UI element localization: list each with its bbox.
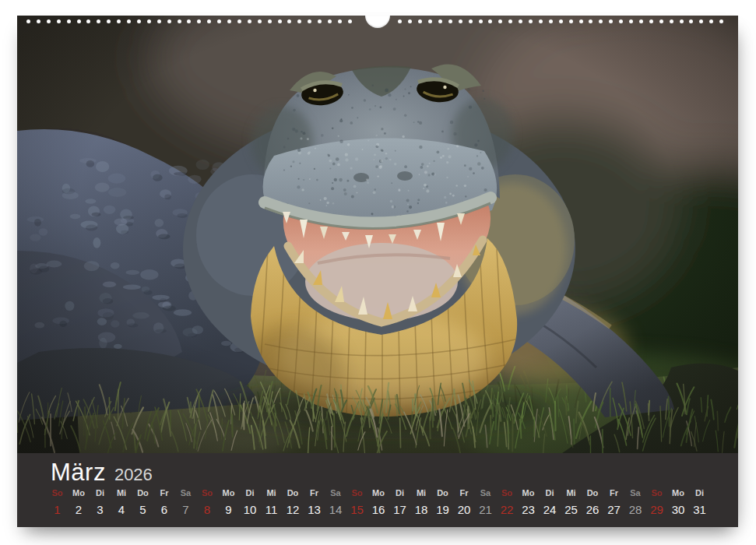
date-number: 14 (325, 504, 346, 516)
weekday-label: Fr (154, 488, 175, 498)
weekday-label: Mi (411, 488, 432, 498)
calendar-day-column: Di24 (540, 488, 561, 516)
binding-hole (207, 19, 211, 23)
date-number: 22 (497, 504, 518, 516)
binding-hole (498, 19, 502, 23)
binding-hole (680, 19, 684, 23)
calendar-day-column: Mi11 (261, 488, 282, 516)
calendar-day-column: Mi25 (561, 488, 582, 516)
binding-hole (137, 19, 141, 23)
binding-hole (97, 19, 100, 23)
calendar-day-column: Fr6 (154, 488, 175, 516)
date-number: 15 (346, 504, 367, 516)
binding-hole (529, 19, 533, 23)
date-number: 26 (582, 504, 603, 516)
calendar-day-column: Mo16 (368, 488, 389, 516)
binding-hole (479, 19, 483, 23)
binding-hole (659, 19, 663, 23)
binding-hole (308, 19, 311, 23)
date-number: 10 (240, 504, 261, 516)
binding-hole (629, 19, 633, 23)
date-number: 21 (475, 504, 496, 516)
weekday-label: Di (540, 488, 561, 498)
binding-hole (237, 19, 241, 23)
binding-hole (709, 19, 713, 23)
weekday-label: Di (90, 488, 111, 498)
binding-hole (559, 19, 563, 23)
calendar-day-column: Di31 (689, 488, 710, 516)
caiman-illustration (17, 16, 738, 453)
date-number: 13 (304, 504, 325, 516)
binding-hole (459, 19, 462, 23)
date-number: 6 (154, 504, 175, 516)
weekday-label: So (497, 488, 518, 498)
calendar-day-column: So22 (497, 488, 518, 516)
calendar-days-row: So1Mo2Di3Mi4Do5Fr6Sa7So8Mo9Di10Mi11Do12F… (47, 488, 710, 516)
calendar-day-column: Fr27 (603, 488, 624, 516)
year-label: 2026 (114, 465, 153, 484)
binding-hole (639, 19, 643, 23)
calendar-day-column: Mi4 (111, 488, 132, 516)
weekday-label: Mi (561, 488, 582, 498)
calendar-day-column: Mo2 (69, 488, 90, 516)
weekday-label: Mo (668, 488, 689, 498)
weekday-label: Di (689, 488, 710, 498)
weekday-label: Di (240, 488, 261, 498)
binding-hole (699, 19, 703, 23)
date-number: 23 (518, 504, 539, 516)
weekday-label: Mi (261, 488, 282, 498)
binding-hole (569, 19, 573, 23)
weekday-label: Fr (454, 488, 475, 498)
calendar-day-column: So29 (646, 488, 667, 516)
weekday-label: Sa (475, 488, 496, 498)
date-number: 25 (561, 504, 582, 516)
binding-hole (549, 19, 553, 23)
weekday-label: So (47, 488, 68, 498)
date-number: 2 (69, 504, 90, 516)
calendar-day-column: Sa21 (475, 488, 496, 516)
date-number: 20 (454, 504, 475, 516)
binding-hole (398, 19, 402, 23)
date-number: 7 (175, 504, 196, 516)
calendar-day-column: So1 (47, 488, 68, 516)
binding-hole (649, 19, 653, 23)
date-number: 3 (90, 504, 111, 516)
weekday-label: Do (283, 488, 304, 498)
photo-caiman (17, 16, 738, 453)
weekday-label: So (346, 488, 367, 498)
binding-hole (57, 19, 61, 23)
binding-hole (579, 19, 583, 23)
binding-hole (469, 19, 473, 23)
calendar-day-column: Di17 (389, 488, 410, 516)
calendar-page: März2026 So1Mo2Di3Mi4Do5Fr6Sa7So8Mo9Di10… (17, 16, 738, 527)
weekday-label: Mo (518, 488, 539, 498)
binding-hole (508, 19, 512, 23)
date-number: 27 (603, 504, 624, 516)
calendar-day-column: Di3 (90, 488, 111, 516)
binding-hole (689, 19, 693, 23)
binding-hole (589, 19, 592, 23)
binding-hole (147, 19, 151, 23)
date-number: 19 (432, 504, 453, 516)
binding-hole (539, 19, 543, 23)
date-number: 8 (197, 504, 218, 516)
date-number: 18 (411, 504, 432, 516)
calendar-day-column: Do12 (283, 488, 304, 516)
binding-hole (187, 19, 191, 23)
binding-hole (278, 19, 282, 23)
date-number: 1 (47, 504, 68, 516)
binding-hole (178, 19, 181, 23)
calendar-day-column: Mi18 (411, 488, 432, 516)
weekday-label: So (197, 488, 218, 498)
binding-hole (670, 19, 673, 23)
binding-hole (107, 19, 111, 23)
binding-hole (599, 19, 603, 23)
date-number: 12 (283, 504, 304, 516)
binding-hole (519, 19, 522, 23)
weekday-label: Mo (69, 488, 90, 498)
binding-hole (297, 19, 301, 23)
weekday-label: Fr (603, 488, 624, 498)
binding-hole (338, 19, 342, 23)
weekday-label: Mo (368, 488, 389, 498)
calendar-day-column: Do19 (432, 488, 453, 516)
